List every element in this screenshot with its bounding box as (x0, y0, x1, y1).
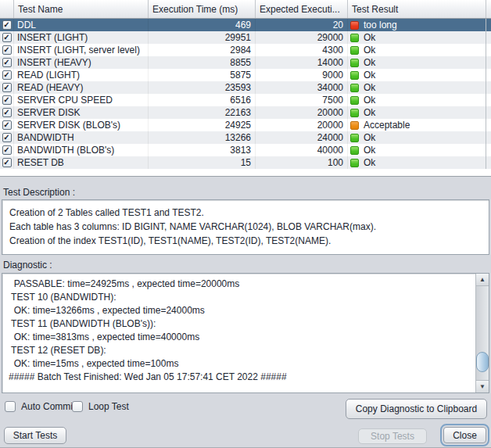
test-name-cell: INSERT (HEAVY) (14, 56, 149, 69)
table-row[interactable]: ✓INSERT (LIGHT)2995129000Ok (0, 31, 491, 44)
row-filler (486, 81, 491, 94)
row-filler (486, 19, 491, 31)
table-row[interactable]: ✓SERVER DISK (BLOB's)2492520000Acceptabl… (0, 119, 491, 131)
test-result-cell: Ok (348, 44, 486, 56)
auto-commit-label: Auto Commit (21, 401, 75, 412)
status-icon (350, 109, 359, 117)
test-name-cell: BANDWIDTH (BLOB's) (14, 144, 149, 156)
execution-time-cell: 22163 (149, 106, 256, 119)
row-filler (486, 156, 491, 169)
row-checkbox-cell: ✓ (0, 144, 14, 156)
test-name-cell: READ (HEAVY) (14, 81, 149, 94)
table-row[interactable]: ✓SERVER DISK2216320000Ok (0, 106, 491, 119)
row-checkbox-cell: ✓ (0, 106, 14, 119)
execution-time-cell: 5875 (149, 69, 256, 81)
stop-tests-button[interactable]: Stop Tests (358, 428, 427, 444)
expected-time-cell: 40000 (256, 144, 348, 156)
status-icon (350, 84, 359, 92)
execution-time-cell: 13266 (149, 131, 256, 144)
row-checkbox[interactable]: ✓ (2, 120, 12, 130)
scrollbar-up-icon[interactable]: ▲ (476, 274, 489, 286)
execution-time-cell: 8855 (149, 56, 256, 69)
table-row[interactable]: ✓INSERT (HEAVY)885514000Ok (0, 56, 491, 69)
text-line: OK: time=13266ms , expected time=24000ms (9, 304, 469, 317)
row-checkbox-cell: ✓ (0, 94, 14, 106)
row-checkbox[interactable]: ✓ (2, 58, 12, 67)
expected-time-cell: 29000 (256, 31, 348, 44)
test-result-label: Ok (364, 145, 375, 156)
auto-commit-checkbox[interactable] (5, 401, 16, 412)
test-result-label: Ok (364, 107, 375, 118)
status-icon (350, 59, 359, 67)
header-checkbox-column[interactable] (0, 0, 14, 18)
execution-time-cell: 6516 (149, 94, 256, 106)
test-result-label: Ok (364, 45, 375, 56)
text-line: TEST 12 (RESET DB): (9, 344, 469, 357)
row-checkbox[interactable]: ✓ (2, 33, 12, 42)
test-result-cell: Ok (348, 81, 486, 94)
loop-test-checkbox[interactable] (72, 401, 83, 412)
test-result-cell: Ok (348, 31, 486, 44)
diagnostic-box: PASSABLE: time=24925ms , expected time=2… (2, 273, 489, 393)
row-checkbox-cell: ✓ (0, 119, 14, 131)
row-checkbox[interactable]: ✓ (2, 70, 12, 80)
scrollbar-thumb[interactable] (476, 352, 489, 372)
header-test-name[interactable]: Test Name (14, 0, 149, 18)
table-row[interactable]: ✓DDL46920too long (0, 19, 491, 31)
row-checkbox[interactable]: ✓ (2, 108, 12, 117)
execution-time-cell: 469 (149, 19, 256, 31)
header-expected-execution[interactable]: Expected Executi... (256, 0, 348, 18)
test-result-cell: Ok (348, 144, 486, 156)
row-checkbox[interactable]: ✓ (2, 45, 12, 55)
diagnostic-scrollbar[interactable]: ▲ ▼ (475, 274, 489, 392)
test-name-cell: RESET DB (14, 156, 149, 169)
header-filler (486, 0, 491, 18)
row-checkbox[interactable]: ✓ (2, 95, 12, 105)
test-name-cell: SERVER DISK (BLOB's) (14, 119, 149, 131)
expected-time-cell: 20000 (256, 106, 348, 119)
execution-time-cell: 24925 (149, 119, 256, 131)
expected-time-cell: 34000 (256, 81, 348, 94)
row-filler (486, 44, 491, 56)
test-result-label: Ok (364, 82, 375, 93)
row-checkbox[interactable]: ✓ (2, 133, 12, 142)
status-icon (350, 34, 359, 42)
status-icon (350, 46, 359, 55)
start-tests-button[interactable]: Start Tests (4, 427, 66, 444)
status-icon (350, 21, 359, 30)
test-result-cell: Acceptable (348, 119, 486, 131)
table-row[interactable]: ✓SERVER CPU SPEED65167500Ok (0, 94, 491, 106)
header-execution-time[interactable]: Execution Time (ms) (149, 0, 256, 18)
row-filler (486, 131, 491, 144)
copy-diagnostic-button[interactable]: Copy Diagnostic to Clipboard (346, 399, 487, 419)
test-result-label: Ok (364, 70, 375, 81)
expected-time-cell: 100 (256, 156, 348, 169)
status-icon (350, 159, 359, 167)
expected-time-cell: 20000 (256, 119, 348, 131)
row-checkbox-cell: ✓ (0, 19, 14, 31)
table-row[interactable]: ✓RESET DB15100Ok (0, 156, 491, 169)
table-row[interactable]: ✓BANDWIDTH (BLOB's)381340000Ok (0, 144, 491, 156)
test-result-label: too long (364, 20, 397, 30)
row-checkbox[interactable]: ✓ (2, 83, 12, 92)
test-name-cell: BANDWIDTH (14, 131, 149, 144)
table-row[interactable]: ✓READ (HEAVY)2359334000Ok (0, 81, 491, 94)
table-row[interactable]: ✓INSERT (LIGHT, server level)29844300Ok (0, 44, 491, 56)
row-checkbox[interactable]: ✓ (2, 145, 12, 155)
execution-time-cell: 2984 (149, 44, 256, 56)
loop-test-option: Loop Test (72, 400, 129, 413)
row-checkbox[interactable]: ✓ (2, 20, 12, 30)
table-row[interactable]: ✓READ (LIGHT)58759000Ok (0, 69, 491, 81)
scrollbar-down-icon[interactable]: ▼ (476, 380, 489, 392)
test-result-label: Acceptable (364, 120, 410, 131)
test-result-cell: Ok (348, 156, 486, 169)
test-result-cell: Ok (348, 69, 486, 81)
row-filler (486, 106, 491, 119)
row-checkbox[interactable]: ✓ (2, 158, 12, 167)
table-row[interactable]: ✓BANDWIDTH1326624000Ok (0, 131, 491, 144)
status-icon (350, 146, 359, 155)
close-button[interactable]: Close (443, 427, 486, 443)
diagnostic-textarea[interactable]: PASSABLE: time=24925ms , expected time=2… (2, 274, 475, 392)
header-test-result[interactable]: Test Result (348, 0, 486, 18)
row-checkbox-cell: ✓ (0, 56, 14, 69)
